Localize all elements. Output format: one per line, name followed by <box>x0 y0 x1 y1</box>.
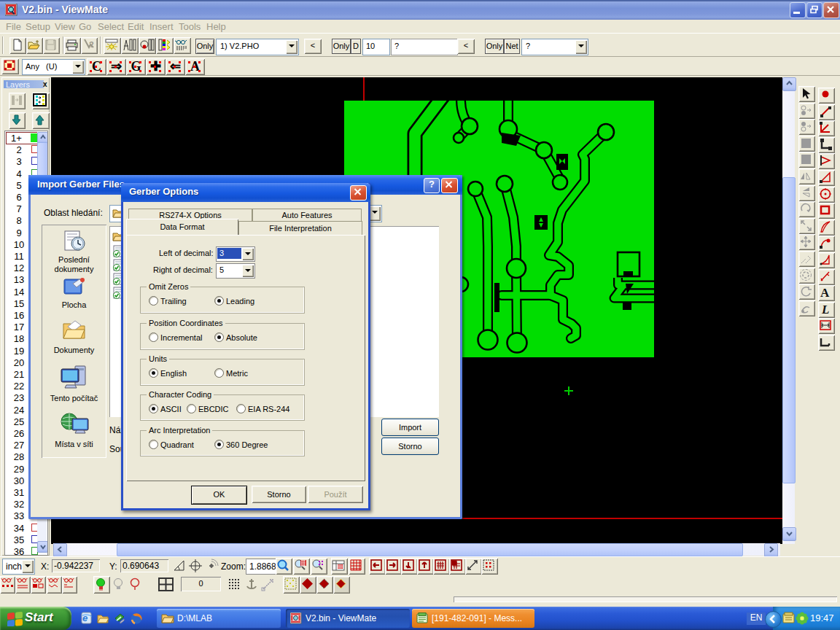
svg-text:A: A <box>820 286 830 300</box>
svg-text:L: L <box>821 303 829 316</box>
svg-text:?: ? <box>89 40 94 49</box>
svg-text:e: e <box>82 612 88 623</box>
